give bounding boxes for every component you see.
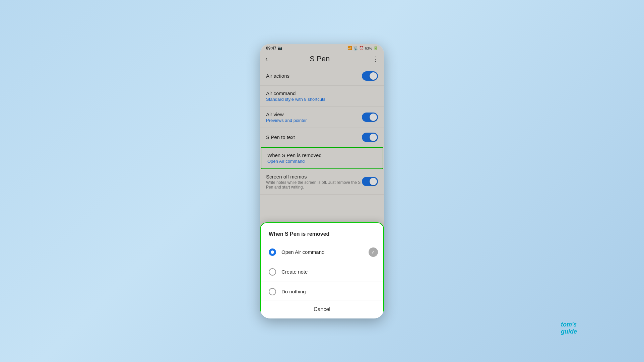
toms-guide-logo: tom's guide: [561, 321, 577, 335]
option-label-do-nothing: Do nothing: [281, 289, 306, 294]
modal-dialog: When S Pen is removed Open Air command ✓: [260, 222, 384, 318]
modal-title: When S Pen is removed: [261, 231, 383, 244]
radio-create-note[interactable]: [269, 268, 276, 276]
toms-guide-line1: tom's: [561, 321, 577, 328]
phone-container: 09:47 📷 📶 📡 ⏰ 63% 🔋 ‹ S Pen ⋮: [260, 44, 384, 318]
divider-1: [261, 262, 383, 262]
option-label-open-air-command: Open Air command: [281, 249, 324, 255]
divider-2: [261, 282, 383, 282]
check-icon: ✓: [369, 247, 378, 257]
option-label-create-note: Create note: [281, 269, 308, 275]
modal-overlay: When S Pen is removed Open Air command ✓: [260, 44, 384, 318]
radio-do-nothing[interactable]: [269, 288, 276, 295]
radio-inner-open-air-command: [271, 250, 274, 254]
modal-option-do-nothing[interactable]: Do nothing: [261, 283, 383, 300]
toms-guide-line2: guide: [561, 328, 577, 335]
modal-option-create-note[interactable]: Create note: [261, 264, 383, 280]
cancel-button[interactable]: Cancel: [261, 300, 383, 318]
radio-open-air-command[interactable]: [269, 248, 276, 256]
modal-option-open-air-command[interactable]: Open Air command ✓: [261, 244, 383, 261]
